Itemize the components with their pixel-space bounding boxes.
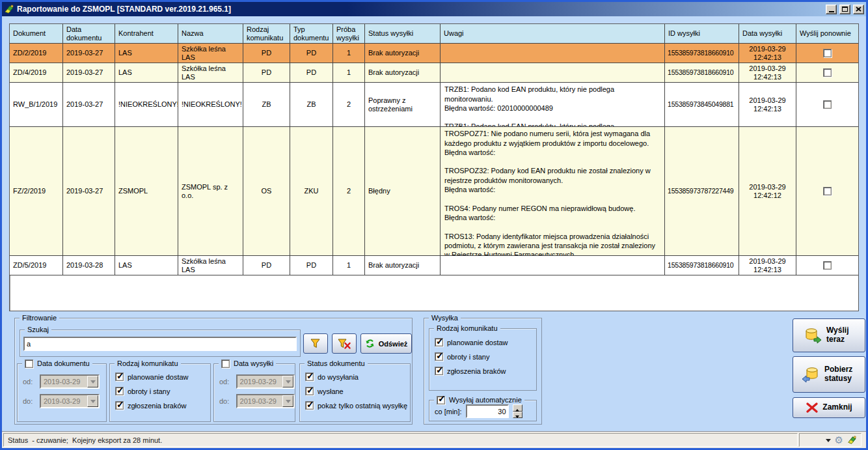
table-row[interactable]: ZD/2/2019 2019-03-27 LAS Szkółka leśna L… (10, 44, 858, 63)
clear-filter-button[interactable] (332, 333, 357, 354)
status-icon-panel (799, 433, 861, 447)
cell-id-wysylki: 155385973787227449 (665, 127, 739, 256)
funnel-clear-icon (338, 338, 351, 349)
resend-checkbox[interactable] (823, 49, 832, 57)
column-header-dokument[interactable]: Dokument (10, 24, 63, 44)
cell-wyslij-ponownie (796, 83, 858, 127)
cell-data-wysylki: 2019-03-29 12:42:13 (739, 44, 796, 63)
data-dokumentu-enable-checkbox[interactable] (25, 359, 33, 368)
data-dokumentu-group-label: Data dokumentu (37, 359, 90, 368)
minimize-button[interactable] (826, 5, 837, 14)
cell-nazwa: ZSMOPL sp. z o.o. (178, 127, 243, 256)
spin-down-button[interactable] (513, 412, 522, 419)
date-to-label: do: (23, 397, 36, 405)
cell-uwagi: TRZB1: Podano kod EAN produktu, który ni… (441, 83, 665, 127)
cell-data-dokumentu: 2019-03-27 (63, 83, 115, 127)
resend-checkbox[interactable] (823, 68, 832, 77)
cell-status-wysylki: Brak autoryzacji (365, 256, 441, 275)
doc-date-from-combo[interactable]: 2019-03-29 (40, 374, 100, 389)
column-header-nazwa[interactable]: Nazwa (178, 24, 243, 44)
dropdown-arrow-icon[interactable] (87, 395, 98, 407)
doc-date-to-combo[interactable]: 2019-03-29 (40, 394, 100, 408)
cell-rodzaj-komunikatu: PD (243, 63, 290, 83)
column-header-typ-dokumentu[interactable]: Typ dokumentu (290, 24, 333, 44)
checkbox-send-obroty-i-stany[interactable]: obroty i stany (435, 352, 536, 361)
window-title: Raportowanie do ZSMOPL [STANDARD ver.201… (17, 5, 823, 14)
column-header-kontrahent[interactable]: Kontrahent (115, 24, 178, 44)
cell-id-wysylki: 155385973818660910 (665, 44, 739, 63)
cell-wyslij-ponownie (796, 63, 858, 83)
table-row[interactable]: RW_B/1/2019 2019-03-27 !NIEOKREŚLONY! !N… (10, 83, 858, 127)
minimize-icon (829, 11, 834, 12)
checkbox-do-wysylania[interactable]: do wysyłania (305, 373, 410, 381)
cell-typ-dokumentu: PD (290, 44, 333, 63)
maximize-button[interactable] (839, 5, 850, 14)
send-date-from-combo[interactable]: 2019-03-29 (236, 374, 295, 389)
dropdown-arrow-icon[interactable] (87, 376, 98, 387)
interval-input[interactable] (466, 404, 509, 418)
checkbox-send-zgloszenia-brakow[interactable]: zgłoszenia braków (435, 367, 536, 375)
status-text: Status - czuwanie; Kojejny eksport za 28… (8, 436, 162, 444)
status-bar: Status - czuwanie; Kojejny eksport za 28… (2, 431, 866, 448)
cell-typ-dokumentu: ZB (290, 83, 333, 127)
checkbox-planowanie-dostaw[interactable]: planowanie dostaw (115, 373, 210, 381)
get-statuses-button[interactable]: Pobierz statusy (793, 356, 865, 393)
checkbox-send-planowanie-dostaw[interactable]: planowanie dostaw (435, 338, 536, 346)
close-window-button[interactable]: Zamknij (793, 397, 865, 418)
cell-wyslij-ponownie (796, 127, 858, 256)
column-header-uwagi[interactable]: Uwagi (441, 24, 665, 44)
status-dropdown-caret-icon[interactable] (826, 439, 831, 445)
rodzaj-komunikatu-filter-group: Rodzaj komunikatu planowanie dostaw obro… (109, 363, 211, 422)
cell-typ-dokumentu: PD (290, 256, 333, 275)
close-button[interactable] (853, 5, 864, 14)
table-row[interactable]: FZ/2/2019 2019-03-27 ZSMOPL ZSMOPL sp. z… (10, 127, 858, 256)
cell-rodzaj-komunikatu: OS (243, 127, 290, 256)
cell-wyslij-ponownie (796, 44, 858, 63)
cell-proba-wysylki: 1 (333, 44, 365, 63)
checkbox-obroty-i-stany[interactable]: obroty i stany (115, 387, 210, 395)
column-header-wyslij-ponownie[interactable]: Wyślij ponownie (796, 24, 858, 44)
search-input[interactable] (23, 337, 297, 351)
cell-typ-dokumentu: PD (290, 63, 333, 83)
cell-wyslij-ponownie (796, 256, 858, 275)
resend-checkbox[interactable] (823, 100, 832, 109)
column-header-status-wysylki[interactable]: Status wysyłki (365, 24, 441, 44)
checkbox-wyslane[interactable]: wysłane (305, 387, 410, 395)
column-header-data-dokumentu[interactable]: Data dokumentu (63, 24, 115, 44)
date-from-label: od: (219, 378, 232, 386)
cell-uwagi: TROSPOZ71: Nie podano numeru serii, któr… (441, 127, 665, 256)
checkbox-pokaz-tylko-ostatnia[interactable]: pokaż tylko ostatnią wysyłkę (305, 401, 410, 410)
dropdown-arrow-icon[interactable] (282, 395, 293, 407)
column-header-id-wysylki[interactable]: ID wysyłki (665, 24, 739, 44)
column-header-proba-wysylki[interactable]: Próba wysyłki (333, 24, 365, 44)
database-receive-icon (801, 366, 821, 384)
data-wysylki-enable-checkbox[interactable] (221, 359, 230, 368)
auto-send-group: Wysyłaj automatycznie co [min]: (429, 400, 537, 421)
app-icon-small[interactable] (847, 435, 857, 445)
cell-dokument: ZD/5/2019 (10, 256, 63, 275)
auto-send-checkbox[interactable] (437, 396, 445, 404)
send-date-to-combo[interactable]: 2019-03-29 (236, 394, 295, 408)
dropdown-arrow-icon[interactable] (282, 376, 293, 387)
wysylka-rodzaj-komunikatu-group: Rodzaj komunikatu planowanie dostaw obro… (429, 328, 537, 391)
column-header-data-wysylki[interactable]: Data wysyłki (739, 24, 796, 44)
maximize-icon (842, 7, 848, 12)
status-dokumentu-group: Status dokumentu do wysyłania wysłane po… (299, 363, 411, 422)
close-window-label: Zamknij (822, 403, 852, 412)
apply-filter-button[interactable] (303, 333, 328, 354)
gear-icon[interactable] (835, 435, 843, 445)
cell-data-dokumentu: 2019-03-27 (63, 44, 115, 63)
resend-checkbox[interactable] (823, 261, 832, 270)
table-row[interactable]: ZD/4/2019 2019-03-27 LAS Szkółka leśna L… (10, 63, 858, 83)
refresh-icon (365, 339, 375, 348)
table-row[interactable]: ZD/5/2019 2019-03-28 LAS Szkółka leśna L… (10, 256, 858, 275)
spin-up-button[interactable] (513, 404, 522, 412)
resend-checkbox[interactable] (823, 187, 832, 195)
cell-status-wysylki: Brak autoryzacji (365, 63, 441, 83)
checkbox-zgloszenia-brakow[interactable]: zgłoszenia braków (115, 401, 210, 410)
column-header-rodzaj-komunikatu[interactable]: Rodzaj komunikatu (243, 24, 290, 44)
send-now-button[interactable]: Wyślij teraz (793, 318, 865, 352)
refresh-button[interactable]: Odśwież (360, 333, 412, 354)
data-wysylki-group: Data wysyłki od: 2019-03-29 do: 2019-03-… (213, 363, 295, 422)
cell-data-wysylki: 2019-03-29 12:42:13 (739, 256, 796, 275)
